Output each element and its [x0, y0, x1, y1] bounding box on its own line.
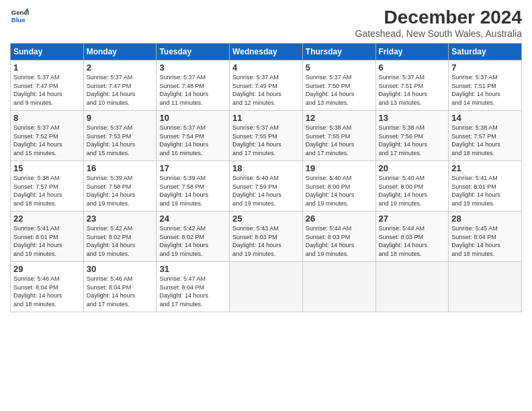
day-info: Sunrise: 5:43 AM Sunset: 8:03 PM Dayligh…: [232, 224, 300, 258]
calendar-header-row: SundayMondayTuesdayWednesdayThursdayFrid…: [11, 44, 522, 60]
calendar-cell: 28Sunrise: 5:45 AM Sunset: 8:04 PM Dayli…: [449, 212, 522, 262]
calendar-cell: 21Sunrise: 5:41 AM Sunset: 8:01 PM Dayli…: [449, 161, 522, 212]
calendar-cell: 7Sunrise: 5:37 AM Sunset: 7:51 PM Daylig…: [449, 60, 522, 111]
day-number: 28: [451, 214, 519, 224]
day-info: Sunrise: 5:41 AM Sunset: 8:01 PM Dayligh…: [13, 224, 81, 258]
calendar-cell: 27Sunrise: 5:44 AM Sunset: 8:03 PM Dayli…: [375, 212, 449, 262]
day-number: 18: [232, 163, 300, 173]
col-header-friday: Friday: [375, 44, 449, 60]
day-info: Sunrise: 5:37 AM Sunset: 7:47 PM Dayligh…: [13, 73, 81, 107]
day-number: 30: [87, 264, 154, 274]
calendar-cell: 18Sunrise: 5:40 AM Sunset: 7:59 PM Dayli…: [230, 161, 303, 212]
calendar-table: SundayMondayTuesdayWednesdayThursdayFrid…: [10, 43, 522, 312]
week-row-4: 22Sunrise: 5:41 AM Sunset: 8:01 PM Dayli…: [11, 212, 522, 262]
day-number: 29: [13, 264, 81, 274]
calendar-cell: 6Sunrise: 5:37 AM Sunset: 7:51 PM Daylig…: [375, 60, 449, 111]
day-number: 3: [159, 62, 226, 73]
calendar-cell: 5Sunrise: 5:37 AM Sunset: 7:50 PM Daylig…: [302, 60, 375, 111]
calendar-cell: 4Sunrise: 5:37 AM Sunset: 7:49 PM Daylig…: [230, 60, 303, 111]
calendar-cell: 14Sunrise: 5:38 AM Sunset: 7:57 PM Dayli…: [449, 111, 522, 161]
svg-text:Blue: Blue: [11, 16, 26, 24]
day-info: Sunrise: 5:42 AM Sunset: 8:02 PM Dayligh…: [87, 224, 154, 258]
calendar-cell: [449, 262, 522, 312]
week-row-1: 1Sunrise: 5:37 AM Sunset: 7:47 PM Daylig…: [11, 60, 522, 111]
day-number: 26: [306, 214, 373, 224]
calendar-cell: 12Sunrise: 5:38 AM Sunset: 7:55 PM Dayli…: [302, 111, 375, 161]
day-number: 5: [306, 62, 373, 73]
calendar-cell: 19Sunrise: 5:40 AM Sunset: 8:00 PM Dayli…: [302, 161, 375, 212]
day-number: 22: [13, 214, 81, 224]
calendar-cell: 8Sunrise: 5:37 AM Sunset: 7:52 PM Daylig…: [11, 111, 84, 161]
day-info: Sunrise: 5:37 AM Sunset: 7:51 PM Dayligh…: [379, 73, 446, 107]
day-number: 15: [13, 163, 81, 173]
day-number: 16: [87, 163, 154, 173]
day-info: Sunrise: 5:39 AM Sunset: 7:58 PM Dayligh…: [159, 174, 226, 208]
col-header-wednesday: Wednesday: [230, 44, 303, 60]
day-info: Sunrise: 5:44 AM Sunset: 8:03 PM Dayligh…: [306, 224, 373, 258]
day-info: Sunrise: 5:38 AM Sunset: 7:57 PM Dayligh…: [13, 174, 81, 208]
day-info: Sunrise: 5:44 AM Sunset: 8:03 PM Dayligh…: [379, 224, 446, 258]
calendar-cell: 9Sunrise: 5:37 AM Sunset: 7:53 PM Daylig…: [83, 111, 157, 161]
calendar-cell: 15Sunrise: 5:38 AM Sunset: 7:57 PM Dayli…: [11, 161, 84, 212]
title-area: December 2024 Gateshead, New South Wales…: [355, 7, 523, 39]
col-header-sunday: Sunday: [11, 44, 84, 60]
day-info: Sunrise: 5:37 AM Sunset: 7:49 PM Dayligh…: [232, 73, 300, 107]
day-number: 10: [159, 113, 226, 123]
subtitle: Gateshead, New South Wales, Australia: [355, 28, 523, 39]
calendar-cell: 26Sunrise: 5:44 AM Sunset: 8:03 PM Dayli…: [302, 212, 375, 262]
calendar-cell: 17Sunrise: 5:39 AM Sunset: 7:58 PM Dayli…: [157, 161, 230, 212]
week-row-2: 8Sunrise: 5:37 AM Sunset: 7:52 PM Daylig…: [11, 111, 522, 161]
day-number: 19: [306, 163, 373, 173]
day-number: 7: [451, 62, 519, 73]
day-number: 21: [451, 163, 519, 173]
day-info: Sunrise: 5:37 AM Sunset: 7:52 PM Dayligh…: [13, 124, 81, 157]
calendar-cell: 20Sunrise: 5:40 AM Sunset: 8:00 PM Dayli…: [375, 161, 449, 212]
day-info: Sunrise: 5:40 AM Sunset: 8:00 PM Dayligh…: [306, 174, 373, 208]
logo-icon: General Blue: [10, 7, 29, 26]
day-info: Sunrise: 5:47 AM Sunset: 8:04 PM Dayligh…: [159, 275, 226, 308]
day-number: 13: [379, 113, 446, 123]
calendar-cell: 2Sunrise: 5:37 AM Sunset: 7:47 PM Daylig…: [83, 60, 157, 111]
calendar-cell: [230, 262, 303, 312]
calendar-cell: 24Sunrise: 5:42 AM Sunset: 8:02 PM Dayli…: [157, 212, 230, 262]
col-header-thursday: Thursday: [302, 44, 375, 60]
day-number: 4: [232, 62, 300, 73]
week-row-3: 15Sunrise: 5:38 AM Sunset: 7:57 PM Dayli…: [11, 161, 522, 212]
calendar-cell: 22Sunrise: 5:41 AM Sunset: 8:01 PM Dayli…: [11, 212, 84, 262]
day-number: 11: [232, 113, 300, 123]
day-info: Sunrise: 5:37 AM Sunset: 7:53 PM Dayligh…: [87, 124, 154, 157]
main-title: December 2024: [355, 7, 523, 28]
day-number: 12: [306, 113, 373, 123]
day-number: 9: [87, 113, 154, 123]
calendar-cell: 10Sunrise: 5:37 AM Sunset: 7:54 PM Dayli…: [157, 111, 230, 161]
calendar-cell: 29Sunrise: 5:46 AM Sunset: 8:04 PM Dayli…: [11, 262, 84, 312]
day-number: 31: [159, 264, 226, 274]
col-header-saturday: Saturday: [449, 44, 522, 60]
day-info: Sunrise: 5:46 AM Sunset: 8:04 PM Dayligh…: [13, 275, 81, 308]
day-info: Sunrise: 5:37 AM Sunset: 7:50 PM Dayligh…: [306, 73, 373, 107]
day-number: 2: [87, 62, 154, 73]
day-info: Sunrise: 5:39 AM Sunset: 7:58 PM Dayligh…: [87, 174, 154, 208]
calendar-cell: 30Sunrise: 5:46 AM Sunset: 8:04 PM Dayli…: [83, 262, 157, 312]
day-info: Sunrise: 5:37 AM Sunset: 7:47 PM Dayligh…: [87, 73, 154, 107]
day-info: Sunrise: 5:46 AM Sunset: 8:04 PM Dayligh…: [87, 275, 154, 308]
day-info: Sunrise: 5:37 AM Sunset: 7:55 PM Dayligh…: [232, 124, 300, 157]
day-number: 1: [13, 62, 81, 73]
col-header-tuesday: Tuesday: [157, 44, 230, 60]
calendar-cell: [375, 262, 449, 312]
calendar-cell: 25Sunrise: 5:43 AM Sunset: 8:03 PM Dayli…: [230, 212, 303, 262]
day-info: Sunrise: 5:37 AM Sunset: 7:51 PM Dayligh…: [451, 73, 519, 107]
day-info: Sunrise: 5:38 AM Sunset: 7:56 PM Dayligh…: [379, 124, 446, 157]
day-number: 6: [379, 62, 446, 73]
header: General Blue December 2024 Gateshead, Ne…: [10, 7, 522, 39]
day-info: Sunrise: 5:37 AM Sunset: 7:48 PM Dayligh…: [159, 73, 226, 107]
calendar-cell: 11Sunrise: 5:37 AM Sunset: 7:55 PM Dayli…: [230, 111, 303, 161]
day-number: 27: [379, 214, 446, 224]
calendar-cell: 16Sunrise: 5:39 AM Sunset: 7:58 PM Dayli…: [83, 161, 157, 212]
page-container: General Blue December 2024 Gateshead, Ne…: [0, 0, 532, 319]
day-number: 14: [451, 113, 519, 123]
day-info: Sunrise: 5:40 AM Sunset: 7:59 PM Dayligh…: [232, 174, 300, 208]
calendar-cell: 31Sunrise: 5:47 AM Sunset: 8:04 PM Dayli…: [157, 262, 230, 312]
logo: General Blue: [10, 7, 29, 26]
day-number: 20: [379, 163, 446, 173]
